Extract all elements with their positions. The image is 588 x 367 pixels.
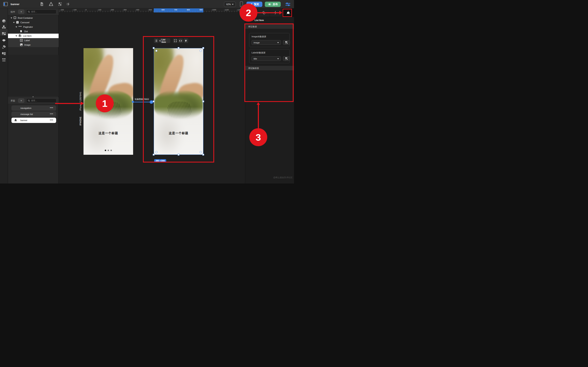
dot-component-icon	[20, 30, 23, 33]
add-page-button[interactable]: +	[18, 99, 24, 103]
page-item-message-list[interactable]: message list •••	[11, 111, 56, 117]
components-header-label: 组件	[11, 10, 15, 13]
preferences-sliders-icon[interactable]	[285, 2, 290, 7]
ruler-tick	[70, 11, 70, 12]
component-search-input[interactable]: 搜索...	[26, 9, 56, 14]
ruler-tick-label: -100	[73, 9, 77, 11]
paginator-dots-icon: •••	[18, 25, 21, 28]
ruler-tick	[227, 11, 227, 12]
sync-icon[interactable]	[58, 2, 62, 7]
ruler-tick	[128, 11, 128, 12]
ruler-tick	[62, 11, 62, 12]
eye-icon	[268, 3, 271, 6]
tree-row-label: Carousel	[20, 21, 29, 24]
page-search-input[interactable]: 搜索...	[26, 99, 56, 103]
ruler-tick	[186, 9, 186, 12]
sidebar-toggle-icon[interactable]	[3, 2, 8, 6]
zoom-level-value: 62%	[226, 3, 231, 6]
list-item-icon	[18, 34, 21, 37]
connector-start-handle[interactable]	[132, 101, 134, 103]
page-menu-icon[interactable]: •••	[50, 118, 53, 122]
svg-text:T: T	[21, 39, 22, 42]
ruler-tick-label: 800	[187, 9, 190, 11]
ruler-tick	[115, 11, 116, 12]
tree-row-paginator[interactable]: ••• Paginator	[8, 25, 59, 29]
page-item-banner-selected[interactable]: banner •••	[11, 118, 56, 123]
tree-row-list-item-selected[interactable]: List Item	[8, 34, 59, 38]
tree-row-label: List Item	[23, 35, 32, 37]
app-window: banner 62% 预览 发布	[0, 0, 294, 184]
rows-list-icon[interactable]	[2, 58, 6, 62]
ruler-tick	[156, 11, 156, 12]
templates-grid-icon[interactable]	[2, 32, 6, 36]
ruler-tick	[184, 11, 184, 12]
ruler-tick	[77, 11, 78, 12]
blocks-icon[interactable]	[2, 25, 6, 29]
preview-button-label: 预览	[254, 3, 259, 6]
ruler-tick-label: 200	[111, 9, 114, 11]
caret-down-icon[interactable]	[11, 17, 12, 18]
tree-row-image-component[interactable]: Image	[8, 43, 59, 47]
page-menu-icon[interactable]: •••	[50, 112, 53, 115]
ruler-tick-label: 600	[162, 9, 164, 11]
layers-icon[interactable]	[2, 39, 6, 43]
paint-brush-icon[interactable]	[2, 45, 6, 49]
ruler-tick	[153, 11, 154, 12]
paginator-dots	[84, 150, 133, 151]
pages-header-label: 界面	[11, 99, 15, 102]
chevron-down-icon	[232, 4, 233, 5]
ruler-tick	[103, 11, 103, 12]
tree-row-label: Image	[24, 44, 31, 46]
tree-row-label: Dot	[24, 30, 28, 33]
ruler-tick	[158, 11, 159, 12]
ruler-tick	[161, 9, 161, 12]
tree-row-label: Label	[24, 39, 30, 42]
text-label-icon: T	[20, 39, 23, 42]
page-item-label: banner	[20, 119, 27, 122]
tree-row-dot[interactable]: Dot	[8, 29, 59, 34]
components-panel-header: 组件 + 搜索...	[8, 8, 59, 15]
ruler-tick-label: 400	[136, 9, 139, 11]
layer-tree: Root Container Carousel ••• Paginator Do…	[8, 16, 59, 47]
watermark: @稀土掘金技术社区	[267, 176, 293, 179]
ruler-tick	[163, 11, 164, 12]
add-component-button[interactable]: +	[18, 9, 24, 14]
ruler-tick	[141, 11, 141, 12]
container-icon	[14, 17, 16, 19]
tree-row-label-component[interactable]: T Label	[8, 38, 59, 43]
play-triangle-icon[interactable]	[49, 2, 53, 7]
ruler-tick	[148, 9, 148, 12]
zoom-level-dropdown[interactable]: 62%	[224, 2, 236, 7]
caret-down-icon[interactable]	[16, 35, 17, 36]
tree-row-carousel[interactable]: Carousel	[8, 20, 59, 25]
ruler-tick	[138, 11, 138, 12]
tree-row-label: Paginator	[23, 26, 33, 28]
ruler-tick	[121, 11, 121, 12]
ruler-tick	[146, 11, 146, 12]
caret-down-icon[interactable]	[13, 22, 15, 23]
tree-row-root-container[interactable]: Root Container	[8, 16, 59, 20]
ruler-tick	[125, 11, 126, 12]
pages-panel-header: 界面 + 搜索...	[8, 97, 59, 104]
annotation-box-3	[244, 24, 294, 102]
annotation-arrow-3-head	[257, 102, 260, 105]
ruler-tick	[151, 11, 151, 12]
ruler-tick	[179, 11, 179, 12]
page-menu-icon[interactable]: •••	[50, 106, 53, 109]
ruler-tick	[105, 11, 105, 12]
left-panel: 组件 + 搜索... Root Container Carousel ••• P	[8, 8, 59, 184]
quick-actions-lightning-icon[interactable]	[67, 2, 71, 7]
pages-doc-icon[interactable]	[40, 2, 44, 7]
carousel-icon	[16, 21, 19, 24]
page-item-label: navagation	[20, 107, 31, 109]
ruler-tick	[82, 11, 83, 12]
layout-panels-icon[interactable]	[2, 52, 6, 56]
publish-button[interactable]: 发布	[265, 2, 281, 7]
components-cube-icon[interactable]	[2, 19, 6, 23]
step-number: 3	[256, 132, 261, 143]
page-item-navagation[interactable]: navagation •••	[11, 105, 56, 111]
caret-down-icon[interactable]	[16, 26, 17, 27]
ruler: -200-10001002003004005006007008009001000…	[59, 8, 245, 12]
ruler-tick	[130, 11, 131, 12]
ruler-tick	[181, 11, 181, 12]
